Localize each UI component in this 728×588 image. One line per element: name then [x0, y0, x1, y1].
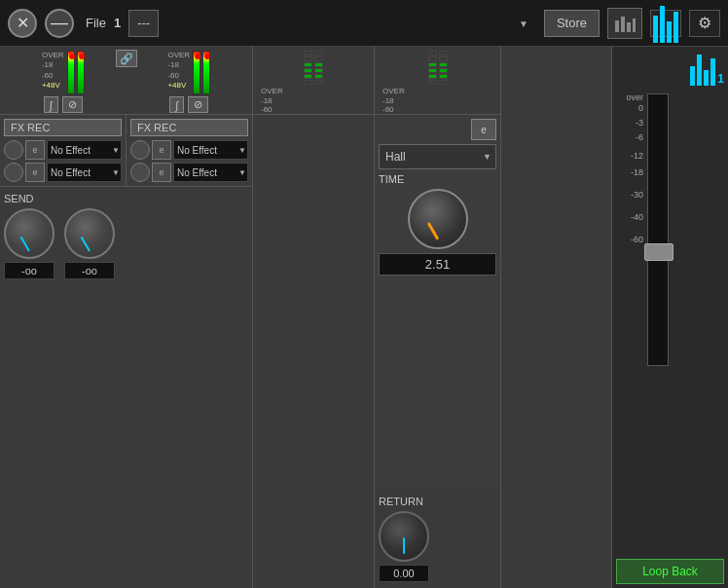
input2-filter-btn[interactable]: ∫: [169, 96, 184, 113]
input2-fx-row1: e No Effect ▼: [130, 140, 248, 160]
input1-fx2-edit[interactable]: e: [25, 163, 45, 182]
meter1-bar-l: [67, 51, 75, 94]
send-knob2[interactable]: [64, 208, 115, 259]
revx-meter-bars: [428, 51, 448, 85]
meter2-bar-r: [202, 51, 210, 94]
main-content: 🔗 OVER -18 -60 +48V: [0, 47, 728, 588]
input2-fx1-knob[interactable]: [130, 140, 150, 160]
meter-scale: over 0 -3 -6 -12 -18 -30 -40 -60: [616, 93, 643, 244]
file-number: 1: [114, 16, 121, 30]
input1-fx1-knob[interactable]: [4, 140, 23, 160]
chart-icon: [613, 13, 637, 34]
link-button[interactable]: 🔗: [116, 50, 137, 67]
input1-filter-btn[interactable]: ∫: [44, 96, 58, 113]
input1-fx-row1: e No Effect ▼: [4, 140, 122, 160]
revx-channel: OVER -18 -60 e Hall Room: [375, 47, 501, 588]
return-value: 0.00: [379, 565, 429, 582]
input1-controls: ∫ ⊘: [44, 96, 83, 113]
input2-fx1-edit[interactable]: e: [152, 140, 171, 160]
file-label: File: [86, 16, 106, 30]
loop-back-button[interactable]: Loop Back: [616, 559, 724, 584]
return-label: RETURN: [379, 496, 423, 507]
revx-time-knob[interactable]: [408, 189, 468, 249]
chart-button[interactable]: [607, 8, 642, 39]
svg-rect-3: [633, 18, 636, 32]
revx-edit-btn[interactable]: e: [471, 119, 496, 140]
send-row: SEND -oo: [0, 187, 252, 588]
input1-fx: FX REC e No Effect ▼: [0, 115, 127, 186]
minimize-button[interactable]: —: [45, 9, 74, 38]
input1-fx2-dropdown-wrapper: No Effect ▼: [47, 163, 122, 182]
send-knob1[interactable]: [4, 208, 55, 259]
master-panel: 1 over 0 -3 -6 -12 -18 -30 -40 -60 Loop: [611, 47, 728, 588]
meter2-bar-l: [193, 51, 200, 94]
input1-fx-rec-btn[interactable]: FX REC: [4, 119, 122, 136]
send-knob1-value: -oo: [4, 262, 55, 279]
input-pair-meter-row: 🔗 OVER -18 -60 +48V: [0, 47, 252, 115]
input2-fx2-dropdown-wrapper: No Effect ▼: [173, 163, 248, 182]
meter1-bar-r: [77, 51, 85, 94]
input-pair: 🔗 OVER -18 -60 +48V: [0, 47, 253, 588]
daw-meter: OVER -18 -60: [253, 47, 374, 115]
input2-fx2-edit[interactable]: e: [152, 163, 171, 182]
input1-fx2-dropdown[interactable]: No Effect: [47, 163, 122, 182]
input2-fx2-knob[interactable]: [130, 163, 150, 182]
revx-meter: OVER -18 -60: [375, 47, 500, 115]
return-knob-unit: 0.00: [379, 511, 429, 582]
input-pair-fx: FX REC e No Effect ▼: [0, 115, 252, 187]
input1-fx2-knob[interactable]: [4, 163, 23, 182]
input2-fx-row2: e No Effect ▼: [130, 163, 248, 182]
return-knob[interactable]: [379, 511, 429, 562]
eq-bars: [653, 4, 678, 43]
input2-fx-rec-btn[interactable]: FX REC: [130, 119, 248, 136]
send-label: SEND: [4, 193, 34, 204]
file-dropdown[interactable]: ---: [128, 10, 159, 37]
master-fader[interactable]: [647, 93, 669, 366]
svg-rect-0: [615, 20, 619, 32]
input2-fx2-dropdown[interactable]: No Effect: [173, 163, 248, 182]
meter1-labels: OVER -18 -60 +48V: [42, 51, 64, 92]
hall-dropdown-wrapper: Hall Room Plate Spring ▼: [379, 144, 496, 169]
meter2-labels: OVER -18 -60 +48V: [167, 51, 190, 92]
input2-meter: OVER -18 -60 +48V: [127, 47, 253, 114]
settings-icon[interactable]: ⚙: [689, 10, 720, 37]
eq-icon[interactable]: [650, 10, 681, 37]
send-knobs: -oo -oo: [4, 208, 115, 279]
input1-fx1-edit[interactable]: e: [25, 140, 45, 160]
store-button[interactable]: Store: [544, 10, 600, 37]
input2-fx: FX REC e No Effect ▼: [127, 115, 252, 186]
daw-fx-empty: [253, 115, 374, 588]
input2-phase-btn[interactable]: ⊘: [188, 96, 208, 113]
revx-fx-area: e Hall Room Plate Spring ▼ TIME: [375, 115, 500, 490]
daw-channel: OVER -18 -60: [253, 47, 375, 588]
daw-meter-bars: [304, 51, 323, 85]
fader-section: over 0 -3 -6 -12 -18 -30 -40 -60: [616, 90, 724, 551]
mixer-panel: 🔗 OVER -18 -60 +48V: [0, 47, 611, 588]
send-section: SEND -oo: [4, 193, 115, 279]
input1-meter: OVER -18 -60 +48V: [0, 47, 127, 114]
file-dropdown-wrapper: ---: [128, 10, 536, 37]
input1-fx1-dropdown-wrapper: No Effect ▼: [47, 140, 122, 160]
master-fader-handle[interactable]: [644, 243, 673, 261]
input2-controls: ∫ ⊘: [169, 96, 208, 113]
input2-fx1-dropdown[interactable]: No Effect: [173, 140, 248, 160]
svg-rect-2: [627, 22, 631, 32]
input2-fx1-dropdown-wrapper: No Effect ▼: [173, 140, 248, 160]
send-knob2-unit: -oo: [64, 208, 115, 279]
revx-time-value: 2.51: [379, 253, 496, 276]
channels-area: 🔗 OVER -18 -60 +48V: [0, 47, 611, 588]
hall-dropdown[interactable]: Hall Room Plate Spring: [379, 144, 496, 169]
input1-fx1-dropdown[interactable]: No Effect: [47, 140, 122, 160]
time-label: TIME: [379, 173, 496, 185]
return-section: RETURN 0.00: [375, 490, 500, 588]
close-button[interactable]: ✕: [8, 9, 37, 38]
send-knob1-unit: -oo: [4, 208, 55, 279]
send-knob2-value: -oo: [64, 262, 115, 279]
top-bar: ✕ — File 1 --- Store ⚙: [0, 0, 728, 47]
input1-fx-row2: e No Effect ▼: [4, 163, 122, 182]
svg-rect-1: [621, 17, 625, 32]
master-eq-icon: 1: [690, 51, 724, 86]
input1-phase-btn[interactable]: ⊘: [62, 96, 83, 113]
